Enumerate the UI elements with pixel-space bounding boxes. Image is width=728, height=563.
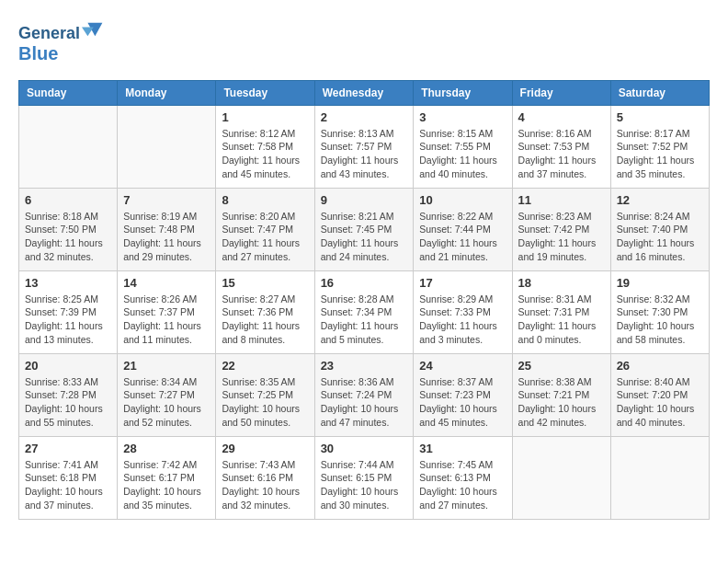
calendar-cell: 15Sunrise: 8:27 AMSunset: 7:36 PMDayligh…	[216, 270, 314, 353]
day-info: Sunrise: 8:25 AMSunset: 7:39 PMDaylight:…	[25, 293, 111, 347]
day-info: Sunrise: 8:33 AMSunset: 7:28 PMDaylight:…	[25, 375, 111, 430]
calendar-cell: 24Sunrise: 8:37 AMSunset: 7:23 PMDayligh…	[414, 353, 512, 436]
calendar-cell: 10Sunrise: 8:22 AMSunset: 7:44 PMDayligh…	[414, 188, 512, 270]
weekday-header-wednesday: Wednesday	[314, 80, 414, 105]
day-info: Sunrise: 8:21 AMSunset: 7:45 PMDaylight:…	[321, 210, 408, 264]
day-number: 22	[222, 359, 308, 373]
calendar-week-2: 6Sunrise: 8:18 AMSunset: 7:50 PMDaylight…	[19, 188, 710, 270]
day-number: 24	[419, 359, 506, 373]
calendar-cell: 30Sunrise: 7:44 AMSunset: 6:15 PMDayligh…	[314, 436, 414, 519]
calendar-cell: 2Sunrise: 8:13 AMSunset: 7:57 PMDaylight…	[314, 105, 414, 188]
day-number: 12	[617, 193, 703, 207]
day-number: 4	[518, 110, 605, 124]
day-info: Sunrise: 8:12 AMSunset: 7:58 PMDaylight:…	[222, 127, 308, 181]
calendar-cell: 9Sunrise: 8:21 AMSunset: 7:45 PMDaylight…	[314, 188, 414, 270]
day-number: 1	[222, 110, 308, 124]
day-info: Sunrise: 7:45 AMSunset: 6:13 PMDaylight:…	[419, 458, 506, 512]
day-info: Sunrise: 8:18 AMSunset: 7:50 PMDaylight:…	[25, 210, 111, 264]
calendar-cell: 17Sunrise: 8:29 AMSunset: 7:33 PMDayligh…	[414, 270, 512, 353]
calendar-cell: 21Sunrise: 8:34 AMSunset: 7:27 PMDayligh…	[118, 353, 216, 436]
calendar-cell: 20Sunrise: 8:33 AMSunset: 7:28 PMDayligh…	[19, 353, 118, 436]
day-info: Sunrise: 8:40 AMSunset: 7:20 PMDaylight:…	[617, 375, 703, 430]
day-number: 16	[321, 276, 408, 290]
day-info: Sunrise: 8:23 AMSunset: 7:42 PMDaylight:…	[518, 210, 605, 264]
calendar-cell: 12Sunrise: 8:24 AMSunset: 7:40 PMDayligh…	[610, 188, 709, 270]
calendar-cell: 1Sunrise: 8:12 AMSunset: 7:58 PMDaylight…	[216, 105, 314, 188]
calendar-cell: 28Sunrise: 7:42 AMSunset: 6:17 PMDayligh…	[118, 436, 216, 519]
day-number: 15	[222, 276, 308, 290]
day-info: Sunrise: 8:31 AMSunset: 7:31 PMDaylight:…	[518, 293, 605, 347]
calendar-cell: 5Sunrise: 8:17 AMSunset: 7:52 PMDaylight…	[610, 105, 709, 188]
day-info: Sunrise: 7:43 AMSunset: 6:16 PMDaylight:…	[222, 458, 308, 512]
calendar-cell: 4Sunrise: 8:16 AMSunset: 7:53 PMDaylight…	[512, 105, 610, 188]
calendar-cell: 31Sunrise: 7:45 AMSunset: 6:13 PMDayligh…	[414, 436, 512, 519]
day-info: Sunrise: 8:35 AMSunset: 7:25 PMDaylight:…	[222, 375, 308, 430]
day-info: Sunrise: 8:28 AMSunset: 7:34 PMDaylight:…	[321, 293, 408, 347]
calendar-cell: 27Sunrise: 7:41 AMSunset: 6:18 PMDayligh…	[19, 436, 118, 519]
day-number: 17	[419, 276, 506, 290]
day-number: 20	[25, 359, 111, 373]
calendar-cell	[19, 105, 118, 188]
day-number: 19	[617, 276, 703, 290]
calendar-cell: 8Sunrise: 8:20 AMSunset: 7:47 PMDaylight…	[216, 188, 314, 270]
calendar-cell: 25Sunrise: 8:38 AMSunset: 7:21 PMDayligh…	[512, 353, 610, 436]
calendar-cell: 3Sunrise: 8:15 AMSunset: 7:55 PMDaylight…	[414, 105, 512, 188]
calendar-cell	[512, 436, 610, 519]
calendar-week-5: 27Sunrise: 7:41 AMSunset: 6:18 PMDayligh…	[19, 436, 710, 519]
day-number: 2	[321, 110, 408, 124]
day-number: 21	[123, 359, 210, 373]
day-number: 11	[518, 193, 605, 207]
day-info: Sunrise: 8:16 AMSunset: 7:53 PMDaylight:…	[518, 127, 605, 181]
day-info: Sunrise: 8:20 AMSunset: 7:47 PMDaylight:…	[222, 210, 308, 264]
day-number: 27	[25, 442, 111, 455]
day-number: 28	[123, 442, 210, 455]
calendar-week-3: 13Sunrise: 8:25 AMSunset: 7:39 PMDayligh…	[19, 270, 710, 353]
day-number: 10	[419, 193, 506, 207]
day-number: 5	[617, 110, 703, 124]
day-number: 3	[419, 110, 506, 124]
day-number: 26	[617, 359, 703, 373]
logo-text: General	[18, 18, 104, 43]
logo-icon	[82, 20, 104, 39]
day-info: Sunrise: 8:22 AMSunset: 7:44 PMDaylight:…	[419, 210, 506, 264]
day-number: 23	[321, 359, 408, 373]
day-info: Sunrise: 7:42 AMSunset: 6:17 PMDaylight:…	[123, 458, 210, 512]
weekday-header-tuesday: Tuesday	[216, 80, 314, 105]
day-info: Sunrise: 8:34 AMSunset: 7:27 PMDaylight:…	[123, 375, 210, 430]
calendar-header-row: SundayMondayTuesdayWednesdayThursdayFrid…	[19, 80, 710, 105]
day-info: Sunrise: 8:38 AMSunset: 7:21 PMDaylight:…	[518, 375, 605, 430]
day-info: Sunrise: 8:17 AMSunset: 7:52 PMDaylight:…	[617, 127, 703, 181]
day-number: 7	[123, 193, 210, 207]
day-info: Sunrise: 8:29 AMSunset: 7:33 PMDaylight:…	[419, 293, 506, 347]
day-number: 14	[123, 276, 210, 290]
day-number: 13	[25, 276, 111, 290]
calendar-body: 1Sunrise: 8:12 AMSunset: 7:58 PMDaylight…	[19, 105, 710, 519]
day-info: Sunrise: 8:13 AMSunset: 7:57 PMDaylight:…	[321, 127, 408, 181]
calendar-cell: 11Sunrise: 8:23 AMSunset: 7:42 PMDayligh…	[512, 188, 610, 270]
day-info: Sunrise: 8:36 AMSunset: 7:24 PMDaylight:…	[321, 375, 408, 430]
calendar-cell: 16Sunrise: 8:28 AMSunset: 7:34 PMDayligh…	[314, 270, 414, 353]
weekday-header-sunday: Sunday	[19, 80, 118, 105]
svg-marker-1	[82, 28, 94, 37]
day-info: Sunrise: 8:32 AMSunset: 7:30 PMDaylight:…	[617, 293, 703, 347]
day-info: Sunrise: 8:26 AMSunset: 7:37 PMDaylight:…	[123, 293, 210, 347]
calendar-cell: 23Sunrise: 8:36 AMSunset: 7:24 PMDayligh…	[314, 353, 414, 436]
day-info: Sunrise: 8:15 AMSunset: 7:55 PMDaylight:…	[419, 127, 506, 181]
calendar-cell: 18Sunrise: 8:31 AMSunset: 7:31 PMDayligh…	[512, 270, 610, 353]
calendar-week-4: 20Sunrise: 8:33 AMSunset: 7:28 PMDayligh…	[19, 353, 710, 436]
day-number: 31	[419, 442, 506, 455]
day-number: 30	[321, 442, 408, 455]
day-number: 18	[518, 276, 605, 290]
calendar-cell: 19Sunrise: 8:32 AMSunset: 7:30 PMDayligh…	[610, 270, 709, 353]
day-number: 6	[25, 193, 111, 207]
day-info: Sunrise: 8:27 AMSunset: 7:36 PMDaylight:…	[222, 293, 308, 347]
calendar-cell: 29Sunrise: 7:43 AMSunset: 6:16 PMDayligh…	[216, 436, 314, 519]
logo-blue-text: Blue	[18, 43, 104, 63]
day-number: 25	[518, 359, 605, 373]
weekday-header-thursday: Thursday	[414, 80, 512, 105]
calendar-cell: 7Sunrise: 8:19 AMSunset: 7:48 PMDaylight…	[118, 188, 216, 270]
weekday-header-saturday: Saturday	[610, 80, 709, 105]
calendar-table: SundayMondayTuesdayWednesdayThursdayFrid…	[18, 80, 710, 520]
calendar-cell: 22Sunrise: 8:35 AMSunset: 7:25 PMDayligh…	[216, 353, 314, 436]
weekday-header-friday: Friday	[512, 80, 610, 105]
